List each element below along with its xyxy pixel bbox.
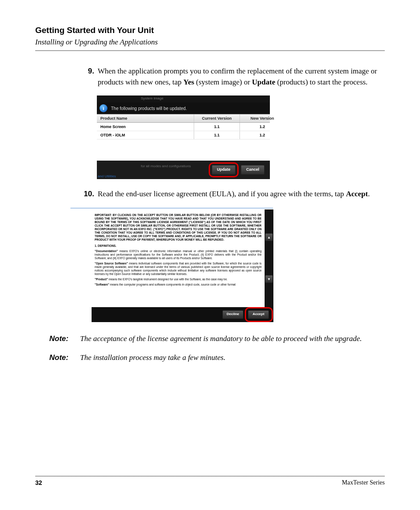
bold-update: Update: [252, 78, 275, 86]
scroll-down-icon[interactable]: ▼: [265, 275, 273, 283]
foot-text: and Utilities: [98, 174, 116, 178]
eula-dialog-screenshot: IMPORTANT: BY CLICKING ON THE ACCEPT BUT…: [92, 209, 273, 322]
dialog-tabbar: System Image: [97, 95, 270, 103]
step-text: When the application prompts you to conf…: [98, 66, 385, 88]
eula-important: IMPORTANT: BY CLICKING ON THE ACCEPT BUT…: [95, 213, 262, 242]
eula-screenshot-wrap: IMPORTANT: BY CLICKING ON THE ACCEPT BUT…: [70, 208, 273, 322]
text-part: Read the end-user license agreement (EUL…: [98, 190, 346, 198]
step-number: 9.: [79, 66, 98, 77]
cell-new: 1.2: [240, 131, 285, 139]
step-text: Read the end-user license agreement (EUL…: [98, 189, 385, 200]
text-part: (system image) or: [194, 78, 252, 86]
cell-current: 1.1: [194, 123, 239, 131]
text-part: (products) to start the process.: [275, 78, 368, 86]
decline-button[interactable]: Decline: [222, 310, 243, 319]
def-label: "Product": [95, 278, 108, 281]
subtext: for all modes and configurations: [141, 164, 191, 168]
eula-section-heading: 1. DEFINITIONS.: [95, 244, 262, 248]
eula-scrollbar: ▲ ▼: [265, 209, 273, 307]
col-product-name: Product Name: [97, 114, 194, 122]
scroll-up-icon[interactable]: ▲: [265, 233, 273, 241]
table-row: Home Screen 1.1 1.2: [97, 123, 270, 131]
def-label: "Software": [95, 283, 109, 286]
note-text: The installation process may take a few …: [80, 352, 385, 363]
note-label: Note:: [49, 352, 80, 363]
note-text: The acceptance of the license agreement …: [80, 334, 385, 345]
def-text: means the EXFO's tangible instrument des…: [108, 278, 228, 281]
note-2: Note: The installation process may take …: [49, 352, 385, 363]
dialog-message: The following products will be updated.: [111, 106, 187, 111]
highlight-ring: Update: [212, 165, 236, 175]
accept-button[interactable]: Accept: [248, 310, 269, 319]
section-title: Getting Started with Your Unit: [35, 26, 385, 35]
page-footer: 32 MaxTester Series: [35, 476, 385, 486]
update-button[interactable]: Update: [212, 165, 236, 175]
step-number: 10.: [79, 189, 98, 200]
page-number: 32: [35, 479, 42, 486]
section-subtitle: Installing or Upgrading the Applications: [35, 38, 385, 47]
def-text: means the computer programs and software…: [109, 283, 236, 286]
def-label: "Documentation": [95, 249, 118, 253]
footer-rule: [35, 476, 385, 477]
update-table: Product Name Current Version New Version…: [97, 114, 270, 161]
update-dialog-screenshot: System Image The following products will…: [97, 95, 270, 179]
table-body: Home Screen 1.1 1.2 OTDR - iOLM 1.1 1.2: [97, 123, 270, 161]
cancel-button[interactable]: Cancel: [241, 165, 265, 175]
step-10: 10. Read the end-user license agreement …: [79, 189, 385, 200]
product-name: MaxTester Series: [342, 479, 385, 486]
bold-yes: Yes: [184, 78, 195, 86]
cell-current: 1.1: [194, 131, 239, 139]
cell-product: Home Screen: [97, 123, 194, 131]
col-current-version: Current Version: [194, 114, 239, 122]
def-label: "Open Source Software": [95, 262, 128, 265]
note-label: Note:: [49, 334, 80, 345]
table-header-row: Product Name Current Version New Version: [97, 114, 270, 123]
dialog-button-bar: for all modes and configurations and Uti…: [97, 161, 270, 179]
eula-button-bar: Decline Accept: [92, 307, 273, 322]
dialog-message-row: The following products will be updated.: [97, 103, 270, 114]
text-part: .: [368, 190, 370, 198]
note-1: Note: The acceptance of the license agre…: [49, 334, 385, 345]
cell-product: OTDR - iOLM: [97, 131, 194, 139]
step-9: 9. When the application prompts you to c…: [79, 66, 385, 88]
highlight-ring: Accept: [248, 310, 269, 319]
table-row: OTDR - iOLM 1.1 1.2: [97, 131, 270, 139]
def-text: means EXFO's online or electronic inform…: [95, 249, 262, 260]
eula-def-oss: "Open Source Software" means individual …: [95, 262, 262, 276]
eula-def-product: "Product" means the EXFO's tangible inst…: [95, 278, 262, 281]
cell-new: 1.2: [240, 123, 285, 131]
tab-system-image: System Image: [141, 96, 163, 100]
bold-accept: Accept: [346, 190, 368, 198]
eula-text-box: IMPORTANT: BY CLICKING ON THE ACCEPT BUT…: [92, 209, 265, 307]
info-icon: [99, 104, 107, 112]
eula-def-software: "Software" means the computer programs a…: [95, 283, 262, 286]
eula-def-documentation: "Documentation" means EXFO's online or e…: [95, 249, 262, 260]
page-header: Getting Started with Your Unit Installin…: [35, 26, 385, 51]
header-rule: [35, 50, 385, 51]
col-new-version: New Version: [240, 114, 285, 122]
